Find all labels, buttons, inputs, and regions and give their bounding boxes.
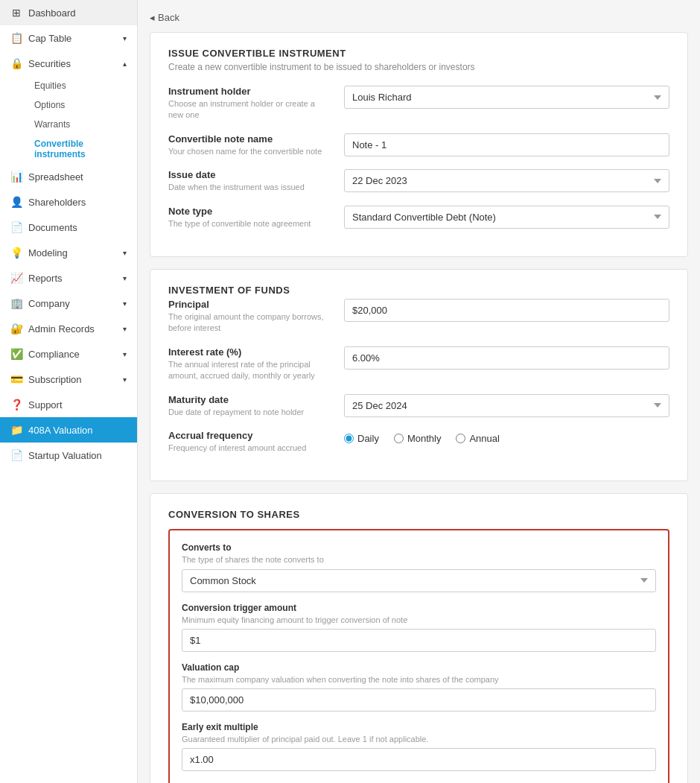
sidebar-item-equities[interactable]: Equities — [28, 76, 137, 95]
sidebar-item-support[interactable]: ❓ Support — [0, 392, 137, 417]
sidebar-item-company[interactable]: 🏢 Company ▾ — [0, 291, 137, 316]
sidebar-item-label: Documents — [28, 222, 77, 233]
back-label: Back — [158, 12, 179, 23]
issue-date-select[interactable]: 22 Dec 2023 — [344, 169, 669, 192]
valuation-cap-input[interactable] — [182, 688, 656, 711]
convertible-note-name-hint: Your chosen name for the convertible not… — [168, 146, 332, 157]
investment-card: INVESTMENT OF FUNDS Principal The origin… — [150, 269, 688, 481]
accrual-frequency-row: Accrual frequency Frequency of interest … — [168, 430, 669, 454]
radio-daily[interactable]: Daily — [344, 433, 379, 444]
investment-title: INVESTMENT OF FUNDS — [168, 285, 669, 296]
maturity-date-select[interactable]: 25 Dec 2024 — [344, 394, 669, 417]
sidebar-item-reports[interactable]: 📈 Reports ▾ — [0, 265, 137, 291]
sidebar-item-spreadsheet[interactable]: 📊 Spreadsheet — [0, 164, 137, 189]
sidebar-item-compliance[interactable]: ✅ Compliance ▾ — [0, 341, 137, 367]
chevron-down-icon: ▾ — [123, 325, 127, 333]
principal-label: Principal — [168, 299, 332, 310]
converts-to-label: Converts to — [182, 542, 656, 553]
modeling-icon: 💡 — [10, 247, 22, 259]
sidebar-item-label: Support — [28, 399, 63, 410]
sidebar: ⊞ Dashboard 📋 Cap Table ▾ 🔒 Securities ▴… — [0, 0, 138, 783]
sidebar-item-startup-valuation[interactable]: 📄 Startup Valuation — [0, 443, 137, 468]
convertible-note-name-input[interactable] — [344, 133, 669, 156]
conversion-trigger-input[interactable] — [182, 629, 656, 652]
instrument-holder-select[interactable]: Louis Richard — [344, 86, 669, 109]
issue-date-label: Issue date — [168, 169, 332, 180]
sidebar-item-label: Securities — [28, 58, 71, 69]
chevron-down-icon: ▾ — [123, 274, 127, 282]
startup-valuation-icon: 📄 — [10, 449, 22, 461]
spreadsheet-icon: 📊 — [10, 171, 22, 183]
convertible-note-name-label: Convertible note name — [168, 133, 332, 145]
sidebar-item-label: Admin Records — [28, 323, 95, 335]
securities-submenu: Equities Options Warrants Convertible in… — [0, 76, 137, 164]
converts-to-select[interactable]: Common Stock — [182, 569, 656, 592]
chevron-up-icon: ▴ — [123, 60, 127, 68]
conversion-fields-highlighted: Converts to The type of shares the note … — [168, 529, 669, 783]
sidebar-item-label: Reports — [28, 273, 63, 284]
maturity-date-hint: Due date of repayment to note holder — [168, 407, 332, 418]
chevron-down-icon: ▾ — [123, 350, 127, 358]
accrual-frequency-label: Accrual frequency — [168, 430, 332, 441]
instrument-holder-hint: Choose an instrument holder or create a … — [168, 98, 332, 121]
early-exit-multiple-label: Early exit multiple — [182, 722, 656, 732]
converts-to-hint: The type of shares the note converts to — [182, 554, 656, 565]
converts-to-row: Converts to The type of shares the note … — [182, 542, 656, 592]
interest-rate-input[interactable] — [344, 346, 669, 370]
dashboard-icon: ⊞ — [10, 7, 22, 19]
back-link[interactable]: ◂ Back — [150, 12, 688, 23]
principal-hint: The original amount the company borrows,… — [168, 311, 332, 335]
sidebar-item-documents[interactable]: 📄 Documents — [0, 215, 137, 240]
note-type-hint: The type of convertible note agreement — [168, 218, 332, 229]
conversion-trigger-label: Conversion trigger amount — [182, 603, 656, 613]
chevron-down-icon: ▾ — [123, 34, 127, 42]
securities-icon: 🔒 — [10, 57, 22, 69]
sidebar-item-label: Modeling — [28, 247, 68, 259]
interest-rate-label: Interest rate (%) — [168, 346, 332, 358]
early-exit-multiple-row: Early exit multiple Guaranteed multiplie… — [182, 722, 656, 771]
conversion-trigger-row: Conversion trigger amount Minimum equity… — [182, 603, 656, 652]
early-exit-multiple-input[interactable] — [182, 748, 656, 771]
sidebar-item-convertible-instruments[interactable]: Convertible instruments — [28, 134, 137, 164]
sidebar-item-options[interactable]: Options — [28, 95, 137, 115]
sidebar-item-408a-valuation[interactable]: 📁 408A Valuation — [0, 417, 137, 443]
valuation-cap-hint: The maximum company valuation when conve… — [182, 674, 656, 685]
admin-records-icon: 🔐 — [10, 323, 22, 335]
sidebar-item-subscription[interactable]: 💳 Subscription ▾ — [0, 367, 137, 392]
sidebar-item-shareholders[interactable]: 👤 Shareholders — [0, 189, 137, 215]
page-subtitle: Create a new convertible instrument to b… — [168, 62, 669, 72]
sidebar-item-label: Dashboard — [28, 7, 76, 19]
radio-monthly[interactable]: Monthly — [394, 433, 442, 444]
sidebar-item-label: 408A Valuation — [28, 425, 93, 436]
shareholders-icon: 👤 — [10, 196, 22, 208]
reports-icon: 📈 — [10, 272, 22, 284]
sidebar-item-label: Company — [28, 298, 70, 309]
note-type-label: Note type — [168, 206, 332, 217]
issue-date-hint: Date when the instrument was issued — [168, 182, 332, 193]
chevron-down-icon: ▾ — [123, 375, 127, 384]
issue-instrument-card: ISSUE CONVERTIBLE INSTRUMENT Create a ne… — [150, 32, 688, 257]
support-icon: ❓ — [10, 399, 22, 410]
maturity-date-row: Maturity date Due date of repayment to n… — [168, 394, 669, 418]
sidebar-item-dashboard[interactable]: ⊞ Dashboard — [0, 0, 137, 25]
sidebar-item-warrants[interactable]: Warrants — [28, 115, 137, 134]
sidebar-item-modeling[interactable]: 💡 Modeling ▾ — [0, 240, 137, 265]
sidebar-item-admin-records[interactable]: 🔐 Admin Records ▾ — [0, 316, 137, 341]
instrument-holder-label: Instrument holder — [168, 86, 332, 97]
chevron-down-icon: ▾ — [123, 249, 127, 257]
note-type-select[interactable]: Standard Convertible Debt (Note) — [344, 206, 669, 229]
main-content: ◂ Back ISSUE CONVERTIBLE INSTRUMENT Crea… — [138, 0, 700, 783]
chevron-down-icon: ▾ — [123, 299, 127, 308]
radio-annual[interactable]: Annual — [456, 433, 499, 444]
sidebar-item-securities[interactable]: 🔒 Securities ▴ — [0, 51, 137, 76]
sidebar-item-label: Subscription — [28, 374, 82, 385]
company-icon: 🏢 — [10, 297, 22, 309]
sidebar-item-label: Startup Valuation — [28, 450, 102, 461]
conversion-title: CONVERSION TO SHARES — [168, 509, 669, 520]
cap-table-icon: 📋 — [10, 32, 22, 44]
principal-input[interactable] — [344, 299, 669, 322]
compliance-icon: ✅ — [10, 348, 22, 360]
sidebar-item-cap-table[interactable]: 📋 Cap Table ▾ — [0, 25, 137, 51]
note-type-row: Note type The type of convertible note a… — [168, 206, 669, 229]
valuation-cap-row: Valuation cap The maximum company valuat… — [182, 662, 656, 711]
